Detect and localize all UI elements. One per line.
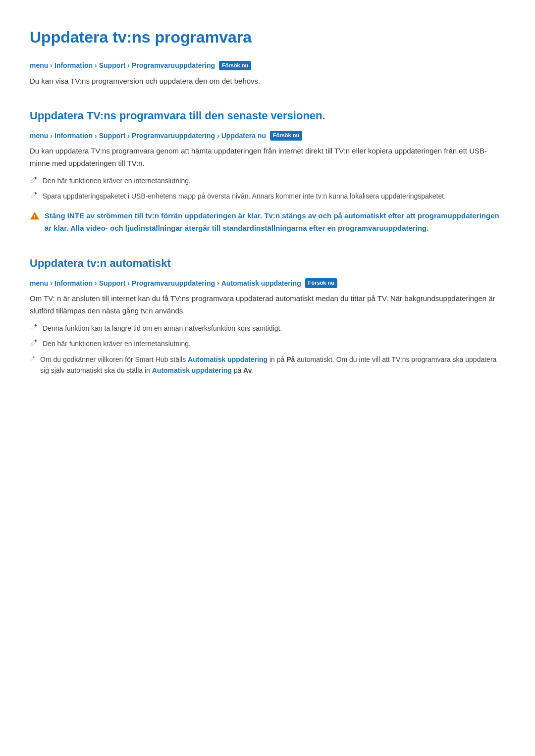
pencil-icon-2 <box>30 191 38 199</box>
breadcrumb-sep-2-1: › <box>50 130 53 141</box>
pencil-icon-1 <box>30 176 38 184</box>
breadcrumb-sep-2-2: › <box>95 130 97 141</box>
pencil-icon-3 <box>30 323 38 331</box>
page-title: Uppdatera tv:ns programvara <box>30 25 505 50</box>
warning-icon <box>30 211 40 221</box>
note-item-2: Spara uppdateringspaketet i USB-enhetens… <box>30 191 505 202</box>
section1-title: Uppdatera TV:ns programvara till den sen… <box>30 107 505 124</box>
breadcrumb-sep-2-3: › <box>127 130 130 141</box>
breadcrumb-sep-3-2: › <box>95 278 97 289</box>
section1-body: Du kan uppdatera TV:ns programvara genom… <box>30 145 505 170</box>
note5-link1: Automatisk uppdatering <box>188 355 268 363</box>
breadcrumb-sep-2-4: › <box>217 130 219 141</box>
section2-title: Uppdatera tv:n automatiskt <box>30 254 505 272</box>
warning-text: Stäng INTE av strömmen till tv:n förrän … <box>45 210 505 235</box>
breadcrumb-programvara-3: Programvaruuppdatering <box>132 278 215 289</box>
note-text-5: Om du godkänner villkoren för Smart Hub … <box>40 354 505 376</box>
note5-middle1: in på <box>268 355 286 363</box>
breadcrumb-sep-3-4: › <box>217 278 219 289</box>
breadcrumb-sep-2: › <box>95 60 97 71</box>
breadcrumb-1: menu › Information › Support › Programva… <box>30 60 505 71</box>
note-item-1: Den här funktionen kräver en internetans… <box>30 176 505 187</box>
note-item-4: Den här funktionen kräver en internetans… <box>30 339 505 350</box>
note-text-1: Den här funktionen kräver en internetans… <box>43 176 191 187</box>
note5-link2: Automatisk uppdatering <box>152 366 232 374</box>
breadcrumb-support-2: Support <box>99 130 126 141</box>
try-now-badge-1[interactable]: Försök nu <box>219 61 251 71</box>
section1-notes: Den här funktionen kräver en internetans… <box>30 176 505 202</box>
note5-end: . <box>252 366 254 374</box>
breadcrumb-information-3: Information <box>54 278 93 289</box>
note-text-4: Den här funktionen kräver en internetans… <box>43 339 191 350</box>
section2-notes: Denna funktion kan ta längre tid om en a… <box>30 323 505 376</box>
section-auto-update: Uppdatera tv:n automatiskt menu › Inform… <box>30 254 505 376</box>
breadcrumb-menu: menu <box>30 60 48 71</box>
breadcrumb-sep-3: › <box>127 60 130 71</box>
note5-middle3: på <box>232 366 243 374</box>
pencil-icon-5 <box>30 354 35 362</box>
breadcrumb-menu-3: menu <box>30 278 48 289</box>
breadcrumb-sep-3-3: › <box>127 278 130 289</box>
note5-bold2: Av <box>243 366 252 374</box>
note5-before: Om du godkänner villkoren för Smart Hub … <box>40 355 188 363</box>
breadcrumb-programvara-2: Programvaruuppdatering <box>132 130 215 141</box>
breadcrumb-information-2: Information <box>54 130 93 141</box>
note-item-5: Om du godkänner villkoren för Smart Hub … <box>30 354 505 376</box>
pencil-icon-4 <box>30 339 38 347</box>
try-now-badge-2[interactable]: Försök nu <box>270 131 302 141</box>
try-now-badge-3[interactable]: Försök nu <box>305 278 337 288</box>
note-text-2: Spara uppdateringspaketet i USB-enhetens… <box>43 191 446 202</box>
breadcrumb-information-1: Information <box>54 60 93 71</box>
breadcrumb-2: menu › Information › Support › Programva… <box>30 130 505 141</box>
warning-box: Stäng INTE av strömmen till tv:n förrän … <box>30 210 505 235</box>
breadcrumb-menu-2: menu <box>30 130 48 141</box>
section-update-latest: Uppdatera TV:ns programvara till den sen… <box>30 107 505 235</box>
breadcrumb-3: menu › Information › Support › Programva… <box>30 278 505 289</box>
breadcrumb-support-1: Support <box>99 60 126 71</box>
section2-body: Om TV: n är ansluten till internet kan d… <box>30 293 505 317</box>
note-text-3: Denna funktion kan ta längre tid om en a… <box>43 323 282 334</box>
note5-bold1: På <box>286 355 295 363</box>
breadcrumb-uppdatera-nu: Uppdatera nu <box>221 130 266 141</box>
breadcrumb-auto-uppdatering: Automatisk uppdatering <box>221 278 301 289</box>
note-item-3: Denna funktion kan ta längre tid om en a… <box>30 323 505 334</box>
breadcrumb-sep-3-1: › <box>50 278 53 289</box>
intro-text: Du kan visa TV:ns programversion och upp… <box>30 75 505 87</box>
breadcrumb-sep-1: › <box>50 60 53 71</box>
breadcrumb-support-3: Support <box>99 278 126 289</box>
breadcrumb-programvara-1: Programvaruuppdatering <box>132 60 215 71</box>
